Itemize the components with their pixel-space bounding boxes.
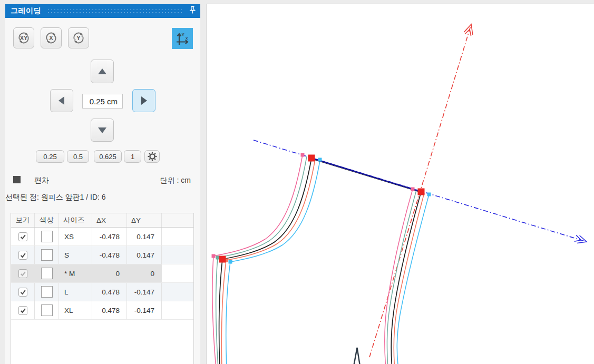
deviation-color-square	[13, 176, 21, 183]
extra-cell	[162, 301, 193, 319]
nudge-left-button[interactable]	[50, 89, 73, 112]
svg-text:Y: Y	[182, 32, 185, 37]
dx-cell: 0	[92, 264, 127, 282]
reset-x-label: X	[49, 35, 53, 41]
extra-cell	[162, 246, 193, 264]
shoulder-line-base[interactable]	[312, 159, 421, 192]
nudge-up-button[interactable]	[91, 60, 114, 83]
extra-cell	[162, 228, 193, 245]
dy-cell: -0.147	[127, 301, 162, 319]
dx-cell: -0.478	[92, 246, 127, 264]
deviation-label: 편차	[34, 176, 49, 185]
reset-x-button[interactable]: X	[41, 27, 62, 48]
size-cell: XS	[59, 228, 92, 245]
titlebar-texture	[46, 8, 183, 14]
preset-1-button[interactable]: 1	[124, 150, 141, 163]
dx-cell: 0.478	[92, 283, 127, 301]
dy-cell: 0.147	[127, 246, 162, 264]
check-icon	[21, 235, 25, 239]
header-dx: ΔX	[92, 213, 127, 227]
color-swatch[interactable]	[41, 304, 53, 316]
nudge-down-button[interactable]	[91, 119, 114, 142]
dx-cell: 0.478	[92, 301, 127, 319]
header-size: 사이즈	[59, 213, 92, 227]
preset-settings-button[interactable]	[144, 150, 160, 163]
preset-0625-button[interactable]: 0.625	[94, 150, 122, 163]
reset-xy-button[interactable]: XY	[13, 27, 34, 48]
size-cell: * M	[59, 264, 92, 282]
pattern-canvas[interactable]	[206, 4, 594, 364]
panel-titlebar[interactable]: 그레이딩	[5, 4, 200, 18]
extra-cell	[162, 264, 193, 282]
grading-app-window: { "panel": { "title": "그레이딩", "reset_but…	[0, 0, 594, 364]
extra-cell	[162, 283, 193, 301]
reset-y-button[interactable]: Y	[68, 27, 89, 48]
visibility-checkbox[interactable]	[18, 306, 27, 315]
check-icon	[21, 253, 25, 257]
outline-s[interactable]	[216, 156, 416, 364]
visibility-checkbox[interactable]	[18, 232, 27, 241]
dx-cell: -0.478	[92, 228, 127, 245]
visibility-checkbox-disabled	[18, 269, 27, 278]
dy-cell: 0	[127, 264, 162, 282]
table-row-l[interactable]: L 0.478 -0.147	[11, 283, 193, 301]
nudge-value-input[interactable]: 0.25 cm	[82, 94, 123, 109]
preset-05-button[interactable]: 0.5	[67, 150, 89, 163]
axis-mode-button[interactable]: Y x	[172, 28, 193, 49]
dy-cell: 0.147	[127, 228, 162, 245]
header-extra	[162, 213, 193, 227]
panel-title: 그레이딩	[11, 6, 41, 16]
size-cell: S	[59, 246, 92, 264]
table-row-xl[interactable]: XL 0.478 -0.147	[11, 301, 193, 320]
outline-l[interactable]	[221, 159, 424, 364]
visibility-checkbox[interactable]	[18, 288, 27, 297]
triangle-right-icon	[138, 94, 150, 107]
reset-y-label: Y	[76, 35, 80, 41]
selected-shoulder-edge[interactable]	[311, 158, 421, 192]
gear-icon	[148, 152, 157, 161]
nudge-right-button[interactable]	[132, 89, 155, 112]
color-swatch[interactable]	[41, 286, 53, 298]
triangle-left-icon	[55, 94, 68, 107]
header-view: 보기	[11, 213, 35, 227]
check-icon	[21, 290, 25, 294]
size-cell: XL	[59, 301, 92, 319]
visibility-checkbox[interactable]	[18, 251, 27, 260]
triangle-down-icon	[96, 124, 109, 136]
selected-point-info: 선택된 점: 원피스 앞판1 / ID: 6	[5, 193, 106, 202]
outline-m[interactable]	[219, 158, 421, 364]
dart-lines[interactable]	[353, 348, 361, 364]
preset-025-button[interactable]: 0.25	[36, 150, 64, 163]
check-icon	[21, 272, 25, 276]
svg-text:x: x	[186, 36, 188, 41]
color-swatch[interactable]	[41, 249, 53, 261]
xy-axes-icon: Y x	[175, 31, 190, 46]
pin-icon[interactable]	[189, 6, 196, 16]
triangle-up-icon	[96, 65, 109, 78]
table-header-row: 보기 색상 사이즈 ΔX ΔY	[11, 213, 193, 228]
reset-xy-label: XY	[20, 35, 28, 41]
grading-size-table: 보기 색상 사이즈 ΔX ΔY XS -0.478 0.147 S -0.478…	[11, 213, 194, 364]
table-row-m-base[interactable]: * M 0 0	[11, 264, 193, 283]
check-icon	[21, 309, 25, 312]
table-row-xs[interactable]: XS -0.478 0.147	[11, 228, 193, 246]
header-color: 색상	[35, 213, 59, 227]
dy-cell: -0.147	[127, 283, 162, 301]
unit-label: 단위 : cm	[126, 176, 191, 185]
table-row-s[interactable]: S -0.478 0.147	[11, 246, 193, 264]
nudge-value: 0.25 cm	[90, 97, 118, 106]
header-dy: ΔY	[127, 213, 162, 227]
color-swatch[interactable]	[41, 231, 53, 242]
size-cell: L	[59, 283, 92, 301]
color-swatch[interactable]	[41, 268, 53, 279]
pattern-drawing	[207, 4, 594, 364]
